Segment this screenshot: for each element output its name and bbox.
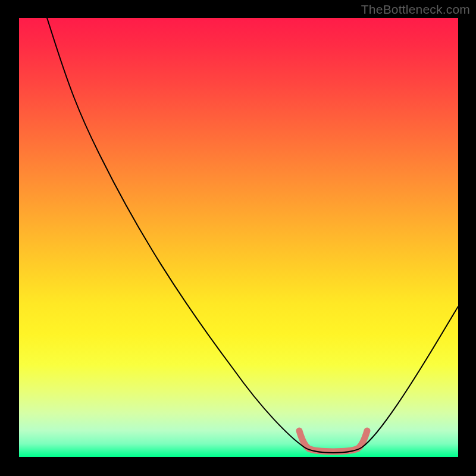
chart-container: TheBottleneck.com [0,0,476,476]
attribution-label: TheBottleneck.com [361,2,470,17]
curve-svg [19,18,458,457]
plot-area [19,18,458,457]
valley-accent-line [299,431,367,452]
bottleneck-curve [47,18,458,453]
